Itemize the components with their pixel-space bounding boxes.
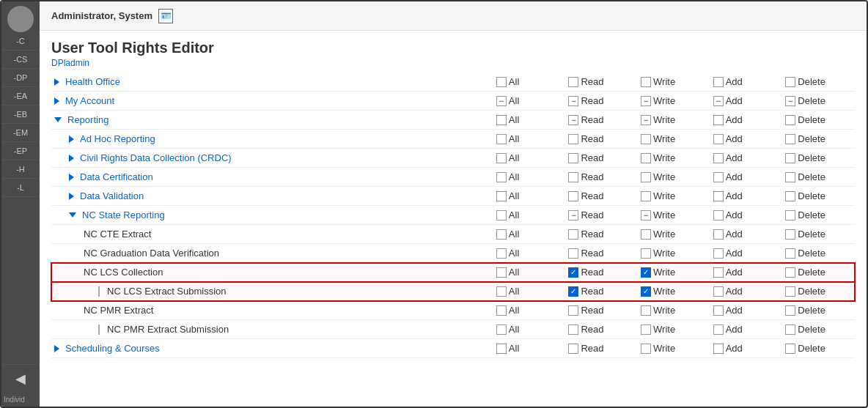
my-account-add-checkbox[interactable] — [713, 96, 724, 106]
nc-lcs-extract-all-checkbox[interactable] — [496, 286, 507, 297]
reporting-all-checkbox[interactable] — [496, 115, 507, 125]
nc-lcs-collection-delete-checkbox[interactable] — [785, 267, 795, 278]
expand-icon[interactable] — [69, 155, 74, 162]
nc-lcs-collection-read-checkbox[interactable] — [568, 267, 578, 278]
sidebar-item-dp[interactable]: -DP — [1, 69, 40, 87]
my-account-delete-checkbox[interactable] — [785, 96, 795, 106]
nc-graduation-read-checkbox[interactable] — [568, 248, 578, 259]
scheduling-courses-write-checkbox[interactable] — [641, 344, 651, 354]
nc-pmr-extract-delete-checkbox[interactable] — [785, 305, 795, 316]
civil-rights-add-checkbox[interactable] — [713, 153, 724, 163]
expand-icon[interactable] — [54, 97, 59, 105]
ad-hoc-reporting-write-checkbox[interactable] — [641, 134, 651, 144]
data-validation-write-checkbox[interactable] — [641, 191, 651, 201]
nc-state-reporting-all-checkbox[interactable] — [496, 210, 507, 220]
scheduling-courses-read-checkbox[interactable] — [568, 344, 578, 354]
ad-hoc-reporting-delete-checkbox[interactable] — [785, 134, 795, 144]
collapse-icon[interactable] — [69, 212, 76, 218]
civil-rights-read-checkbox[interactable] — [568, 153, 578, 163]
expand-icon[interactable] — [54, 78, 59, 86]
nc-state-reporting-read-checkbox[interactable] — [568, 210, 578, 220]
nc-pmr-extract-write-checkbox[interactable] — [641, 305, 651, 316]
item-name-data-certification[interactable]: Data Certification — [54, 171, 490, 182]
data-certification-write-checkbox[interactable] — [641, 172, 651, 182]
nc-lcs-extract-write-checkbox[interactable] — [641, 286, 651, 297]
ad-hoc-reporting-read-checkbox[interactable] — [568, 134, 578, 144]
civil-rights-delete-checkbox[interactable] — [785, 153, 795, 163]
nc-pmr-extract-read-checkbox[interactable] — [568, 305, 578, 316]
nc-lcs-collection-write-checkbox[interactable] — [641, 267, 651, 278]
reporting-read-checkbox[interactable] — [568, 115, 578, 125]
nc-state-reporting-add-checkbox[interactable] — [713, 210, 724, 220]
data-validation-all-checkbox[interactable] — [496, 191, 507, 201]
nc-graduation-add-checkbox[interactable] — [713, 248, 724, 259]
sidebar-item-cs[interactable]: -CS — [1, 51, 40, 69]
nc-pmr-extract-submission-delete-checkbox[interactable] — [785, 324, 795, 335]
data-validation-delete-checkbox[interactable] — [785, 191, 795, 201]
ad-hoc-reporting-all-checkbox[interactable] — [496, 134, 507, 144]
item-name-health-office[interactable]: Health Office — [54, 76, 490, 87]
nc-state-reporting-write-checkbox[interactable] — [641, 210, 651, 220]
expand-icon[interactable] — [54, 345, 59, 352]
nc-lcs-extract-delete-checkbox[interactable] — [785, 286, 795, 297]
health-office-delete-checkbox[interactable] — [785, 77, 795, 87]
expand-icon[interactable] — [69, 193, 74, 200]
nc-cte-extract-write-checkbox[interactable] — [641, 229, 651, 240]
item-name-nc-state-reporting[interactable]: NC State Reporting — [54, 209, 490, 220]
nc-graduation-all-checkbox[interactable] — [496, 248, 507, 259]
reporting-write-checkbox[interactable] — [641, 115, 651, 125]
my-account-write-checkbox[interactable] — [641, 96, 651, 106]
nc-graduation-write-checkbox[interactable] — [641, 248, 651, 259]
item-name-ad-hoc-reporting[interactable]: Ad Hoc Reporting — [54, 133, 490, 144]
civil-rights-write-checkbox[interactable] — [641, 153, 651, 163]
data-validation-read-checkbox[interactable] — [568, 191, 578, 201]
nc-pmr-extract-all-checkbox[interactable] — [496, 305, 507, 316]
scheduling-courses-all-checkbox[interactable] — [496, 344, 507, 354]
nc-lcs-collection-add-checkbox[interactable] — [713, 267, 724, 278]
sidebar-item-ea[interactable]: -EA — [1, 87, 40, 105]
ad-hoc-reporting-add-checkbox[interactable] — [713, 134, 724, 144]
data-validation-add-checkbox[interactable] — [713, 191, 724, 201]
sidebar-item-l[interactable]: -L — [1, 179, 40, 197]
nc-pmr-extract-submission-write-checkbox[interactable] — [641, 324, 651, 335]
nc-pmr-extract-submission-add-checkbox[interactable] — [713, 324, 724, 335]
scheduling-courses-add-checkbox[interactable] — [713, 344, 724, 354]
data-certification-delete-checkbox[interactable] — [785, 172, 795, 182]
sidebar-item-c[interactable]: -C — [1, 32, 40, 51]
item-name-reporting[interactable]: Reporting — [54, 114, 490, 125]
item-name-data-validation[interactable]: Data Validation — [54, 190, 490, 201]
nc-cte-extract-delete-checkbox[interactable] — [785, 229, 795, 240]
expand-icon[interactable] — [69, 136, 74, 143]
sidebar-item-ep[interactable]: -EP — [1, 142, 40, 160]
nc-cte-extract-all-checkbox[interactable] — [496, 229, 507, 240]
my-account-all-checkbox[interactable] — [496, 96, 507, 106]
sidebar-item-h[interactable]: -H — [1, 160, 40, 179]
nc-pmr-extract-add-checkbox[interactable] — [713, 305, 724, 316]
nc-lcs-extract-add-checkbox[interactable] — [713, 286, 724, 297]
data-certification-add-checkbox[interactable] — [713, 172, 724, 182]
nc-state-reporting-delete-checkbox[interactable] — [785, 210, 795, 220]
collapse-icon[interactable] — [54, 117, 62, 122]
nc-pmr-extract-submission-read-checkbox[interactable] — [568, 324, 578, 335]
sidebar-collapse-button[interactable]: ◀ — [1, 364, 40, 393]
nc-cte-extract-read-checkbox[interactable] — [568, 229, 578, 240]
user-icon[interactable]: 🪪 — [158, 9, 173, 23]
data-certification-all-checkbox[interactable] — [496, 172, 507, 182]
expand-icon[interactable] — [69, 174, 74, 181]
reporting-add-checkbox[interactable] — [713, 115, 724, 125]
scheduling-courses-delete-checkbox[interactable] — [785, 344, 795, 354]
sidebar-item-eb[interactable]: -EB — [1, 105, 40, 124]
reporting-delete-checkbox[interactable] — [785, 115, 795, 125]
item-name-my-account[interactable]: My Account — [54, 95, 490, 106]
health-office-write-checkbox[interactable] — [641, 77, 651, 87]
health-office-all-checkbox[interactable] — [496, 77, 507, 87]
my-account-read-checkbox[interactable] — [568, 96, 578, 106]
item-name-civil-rights[interactable]: Civil Rights Data Collection (CRDC) — [54, 152, 490, 163]
civil-rights-all-checkbox[interactable] — [496, 153, 507, 163]
nc-lcs-collection-all-checkbox[interactable] — [496, 267, 507, 278]
nc-lcs-extract-read-checkbox[interactable] — [568, 286, 578, 297]
health-office-read-checkbox[interactable] — [568, 77, 578, 87]
item-name-scheduling-courses[interactable]: Scheduling & Courses — [54, 343, 490, 354]
health-office-add-checkbox[interactable] — [713, 77, 724, 87]
data-certification-read-checkbox[interactable] — [568, 172, 578, 182]
